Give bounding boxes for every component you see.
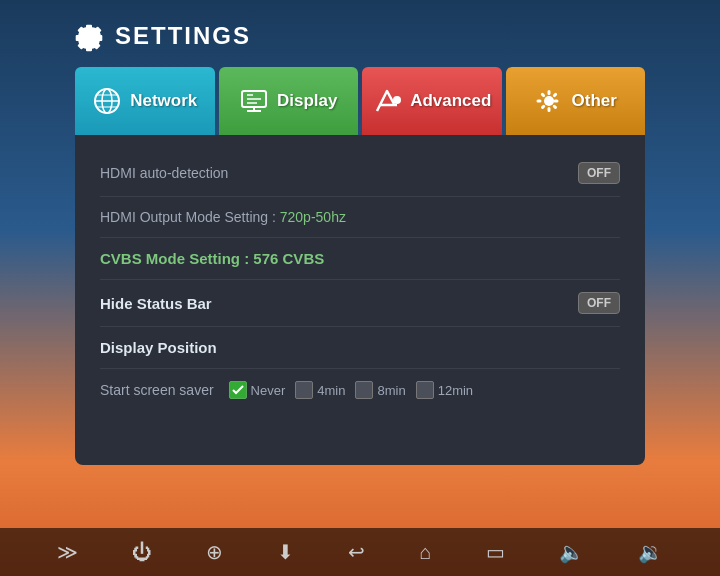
nav-menu-icon[interactable]: ≫	[57, 540, 78, 564]
tab-display-label: Display	[277, 91, 337, 111]
nav-vol-up-icon[interactable]: 🔉	[638, 540, 663, 564]
screen-saver-12min[interactable]: 12min	[416, 381, 473, 399]
checkmark-icon	[232, 385, 244, 395]
title-bar: SETTINGS	[75, 20, 645, 52]
cvbs-mode-label: CVBS Mode Setting : 576 CVBS	[100, 250, 324, 267]
svg-point-11	[393, 96, 401, 104]
nav-home-icon[interactable]: ⌂	[420, 541, 432, 564]
never-checkbox[interactable]	[229, 381, 247, 399]
screen-saver-4min[interactable]: 4min	[295, 381, 345, 399]
tab-other[interactable]: Other	[506, 67, 646, 135]
12min-checkbox[interactable]	[416, 381, 434, 399]
screen-saver-never[interactable]: Never	[229, 381, 286, 399]
hide-status-bar-toggle[interactable]: OFF	[578, 292, 620, 314]
nav-back-icon[interactable]: ↩	[348, 540, 365, 564]
advanced-icon	[372, 86, 402, 116]
hide-status-bar-row: Hide Status Bar OFF	[100, 280, 620, 327]
tab-advanced[interactable]: Advanced	[362, 67, 502, 135]
4min-checkbox[interactable]	[295, 381, 313, 399]
gear-icon	[75, 20, 107, 52]
tab-other-label: Other	[572, 91, 617, 111]
hide-status-bar-label: Hide Status Bar	[100, 295, 212, 312]
12min-label: 12min	[438, 383, 473, 398]
nav-window-icon[interactable]: ▭	[486, 540, 505, 564]
hdmi-autodetect-row: HDMI auto-detection OFF	[100, 150, 620, 197]
hdmi-output-value: 720p-50hz	[280, 209, 346, 225]
screen-saver-8min[interactable]: 8min	[355, 381, 405, 399]
nav-bar: ≫ ⏻ ⊕ ⬇ ↩ ⌂ ▭ 🔈 🔉	[0, 528, 720, 576]
screen-saver-row: Start screen saver Never 4min 8min 12mi	[100, 369, 620, 411]
settings-panel: HDMI auto-detection OFF HDMI Output Mode…	[75, 135, 645, 465]
nav-target-icon[interactable]: ⊕	[206, 540, 223, 564]
nav-download-icon[interactable]: ⬇	[277, 540, 294, 564]
hdmi-autodetect-label: HDMI auto-detection	[100, 165, 228, 181]
tab-network[interactable]: Network	[75, 67, 215, 135]
cvbs-mode-row: CVBS Mode Setting : 576 CVBS	[100, 238, 620, 280]
tab-advanced-label: Advanced	[410, 91, 491, 111]
8min-label: 8min	[377, 383, 405, 398]
network-icon	[92, 86, 122, 116]
nav-power-icon[interactable]: ⏻	[132, 541, 152, 564]
screen-saver-label: Start screen saver	[100, 382, 214, 398]
tab-network-label: Network	[130, 91, 197, 111]
never-label: Never	[251, 383, 286, 398]
4min-label: 4min	[317, 383, 345, 398]
display-icon	[239, 86, 269, 116]
svg-point-12	[544, 96, 554, 106]
nav-vol-down-icon[interactable]: 🔈	[559, 540, 584, 564]
display-position-label: Display Position	[100, 339, 217, 356]
tabs-row: Network Display Advanced	[75, 67, 645, 135]
8min-checkbox[interactable]	[355, 381, 373, 399]
display-position-row: Display Position	[100, 327, 620, 369]
hdmi-output-label: HDMI Output Mode Setting : 720p-50hz	[100, 209, 346, 225]
tab-display[interactable]: Display	[219, 67, 359, 135]
main-container: SETTINGS Network Display	[75, 20, 645, 530]
page-title: SETTINGS	[115, 22, 251, 50]
hdmi-output-row: HDMI Output Mode Setting : 720p-50hz	[100, 197, 620, 238]
other-icon	[534, 86, 564, 116]
hdmi-autodetect-toggle[interactable]: OFF	[578, 162, 620, 184]
